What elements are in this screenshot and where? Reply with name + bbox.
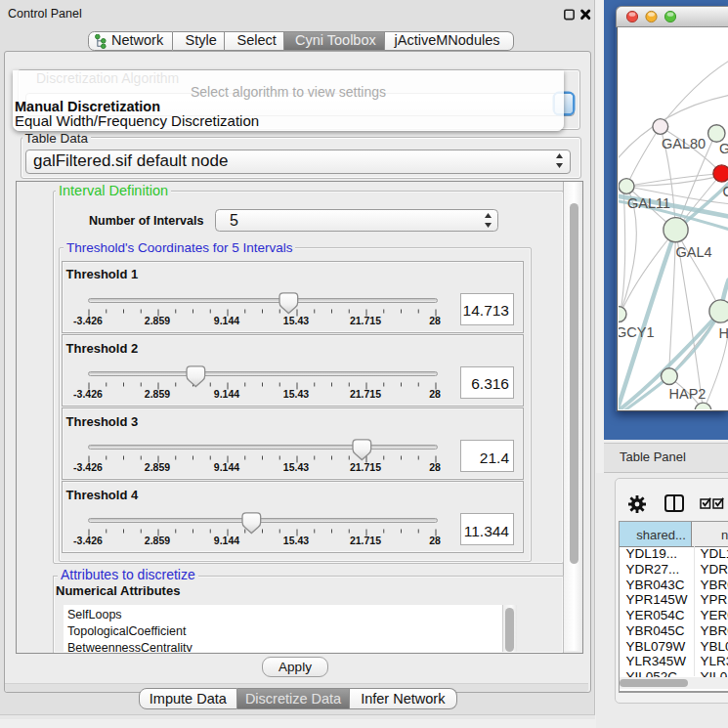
svg-text:H: H bbox=[718, 325, 728, 341]
svg-text:GAL80: GAL80 bbox=[662, 136, 706, 151]
svg-text:HAP2: HAP2 bbox=[668, 385, 706, 401]
svg-text:GCY1: GCY1 bbox=[619, 324, 655, 340]
svg-text:GAL11: GAL11 bbox=[627, 195, 670, 211]
svg-text:GA: GA bbox=[719, 141, 728, 156]
svg-text:GAL4: GAL4 bbox=[675, 244, 711, 260]
svg-text:C: C bbox=[722, 184, 728, 199]
